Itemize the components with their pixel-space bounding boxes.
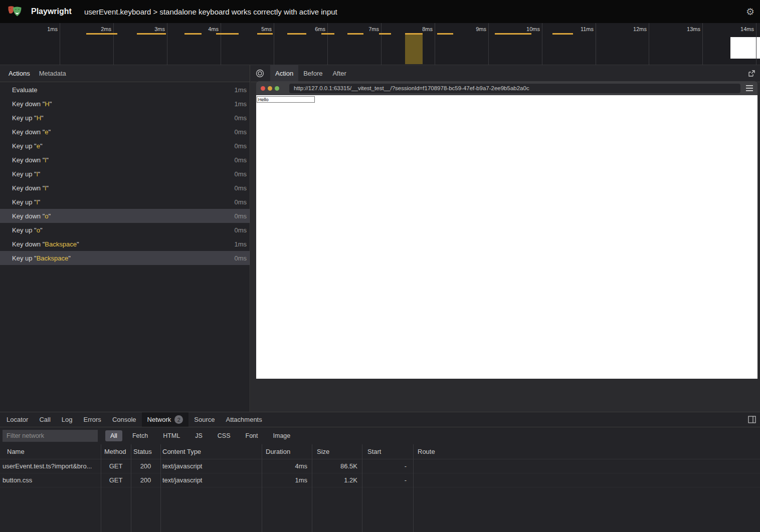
tab-locator[interactable]: Locator (1, 412, 34, 427)
filter-chip-all[interactable]: All (105, 430, 122, 441)
action-key-value: Backspace (37, 254, 69, 262)
snapshot-panel: Action Before After http://127.0.0.1:633… (251, 65, 760, 412)
action-duration: 0ms (234, 128, 247, 136)
tab-source[interactable]: Source (188, 412, 220, 427)
action-title: Key down " (12, 100, 45, 108)
action-title: " (77, 240, 79, 248)
details-panel: LocatorCallLogErrorsConsoleNetwork2Sourc… (0, 412, 760, 532)
action-key-value: H (37, 114, 41, 122)
timeline[interactable]: 1ms2ms3ms4ms5ms6ms7ms8ms9ms10ms11ms12ms1… (0, 23, 760, 65)
action-duration: 0ms (234, 170, 247, 178)
timeline-tick-label: 8ms (422, 26, 435, 32)
filter-chip-js[interactable]: JS (190, 430, 208, 441)
page-text-input[interactable] (257, 96, 315, 103)
network-table-header: NameMethodStatusContent TypeDurationSize… (0, 444, 760, 459)
action-title: " (41, 114, 44, 122)
network-table-rows: userEvent.test.ts?import&bro...GET200tex… (0, 459, 760, 487)
table-cell: userEvent.test.ts?import&bro... (0, 459, 101, 473)
table-cell: - (362, 473, 413, 487)
tab-actions[interactable]: Actions (4, 65, 35, 82)
column-separator (160, 444, 161, 532)
playwright-logo-icon (7, 5, 24, 19)
column-header: Duration (262, 444, 312, 459)
timeline-tick-label: 3ms (154, 26, 167, 32)
action-title: Key up " (12, 254, 37, 262)
tab-action[interactable]: Action (270, 65, 298, 82)
action-duration: 0ms (234, 212, 247, 220)
table-cell (413, 459, 760, 473)
table-cell: text/javascript (160, 459, 262, 473)
action-row[interactable]: Key up "l"0ms (0, 167, 250, 181)
actions-panel: ActionsMetadata Evaluate1msKey down "H"1… (0, 65, 250, 412)
timeline-gridline (435, 23, 435, 65)
column-separator (101, 444, 101, 532)
timeline-activity-bar (287, 33, 306, 35)
timeline-activity-bar (347, 33, 363, 35)
tab-after[interactable]: After (327, 65, 351, 82)
timeline-tick-label: 10ms (526, 26, 542, 32)
network-request-row[interactable]: userEvent.test.ts?import&bro...GET200tex… (0, 459, 760, 473)
action-key-value: e (37, 142, 40, 150)
action-title: " (49, 212, 51, 220)
tab-before[interactable]: Before (298, 65, 327, 82)
settings-gear-icon[interactable]: ⚙ (746, 6, 754, 17)
table-cell: 200 (131, 473, 160, 487)
open-snapshot-external-icon[interactable] (748, 70, 755, 77)
action-title: Key down " (12, 184, 45, 192)
column-header: Start (362, 444, 413, 459)
action-title: Key down " (12, 156, 45, 164)
action-title: Key up " (12, 142, 37, 150)
action-duration: 0ms (234, 142, 247, 150)
action-row[interactable]: Key down "o"0ms (0, 209, 250, 223)
action-title: Key up " (12, 198, 37, 206)
tab-label: Source (194, 416, 215, 423)
action-duration: 0ms (234, 198, 247, 206)
action-title: Key up " (12, 114, 37, 122)
filter-chip-fetch[interactable]: Fetch (127, 430, 153, 441)
timeline-activity-bar (137, 33, 166, 35)
timeline-tick-label: 13ms (687, 26, 702, 32)
column-header: Size (312, 444, 362, 459)
tab-call[interactable]: Call (34, 412, 56, 427)
filter-chip-html[interactable]: HTML (158, 430, 185, 441)
network-request-row[interactable]: button.cssGET200text/javascript1ms1.2K- (0, 473, 760, 487)
filter-chip-css[interactable]: CSS (213, 430, 236, 441)
action-row[interactable]: Key up "e"0ms (0, 139, 250, 153)
tab-attachments[interactable]: Attachments (220, 412, 267, 427)
tab-metadata[interactable]: Metadata (35, 65, 71, 82)
action-row[interactable]: Key up "l"0ms (0, 195, 250, 209)
traffic-light-yellow-icon (268, 86, 272, 91)
table-cell (413, 473, 760, 487)
tab-console[interactable]: Console (107, 412, 142, 427)
filter-chip-font[interactable]: Font (241, 430, 263, 441)
tab-network[interactable]: Network2 (142, 412, 189, 427)
actions-tab-strip: ActionsMetadata (0, 65, 250, 82)
action-row[interactable]: Key down "H"1ms (0, 97, 250, 111)
action-row[interactable]: Evaluate1ms (0, 83, 250, 97)
action-row[interactable]: Key down "l"0ms (0, 181, 250, 195)
action-key-value: Backspace (45, 240, 77, 248)
table-cell: 200 (131, 459, 160, 473)
action-row[interactable]: Key up "Backspace"0ms (0, 251, 250, 265)
tab-log[interactable]: Log (56, 412, 78, 427)
filter-chip-image[interactable]: Image (268, 430, 296, 441)
action-row[interactable]: Key down "l"0ms (0, 153, 250, 167)
snapshot-page (256, 95, 757, 379)
action-row[interactable]: Key down "e"0ms (0, 125, 250, 139)
column-header: Name (0, 444, 101, 459)
timeline-activity-bar (437, 33, 453, 35)
timeline-selected-range[interactable] (405, 33, 423, 64)
tab-label: Console (112, 416, 136, 423)
table-cell: text/javascript (160, 473, 262, 487)
action-row[interactable]: Key up "H"0ms (0, 111, 250, 125)
timeline-gridline (274, 23, 274, 65)
action-row[interactable]: Key up "o"0ms (0, 223, 250, 237)
tab-errors[interactable]: Errors (78, 412, 106, 427)
network-filter-input[interactable] (3, 430, 98, 442)
split-view-icon[interactable] (748, 416, 756, 423)
timeline-tick-label: 5ms (261, 26, 274, 32)
action-title: " (68, 254, 71, 262)
action-duration: 0ms (234, 114, 247, 122)
action-row[interactable]: Key down "Backspace"1ms (0, 237, 250, 251)
pick-locator-icon[interactable] (256, 69, 264, 78)
